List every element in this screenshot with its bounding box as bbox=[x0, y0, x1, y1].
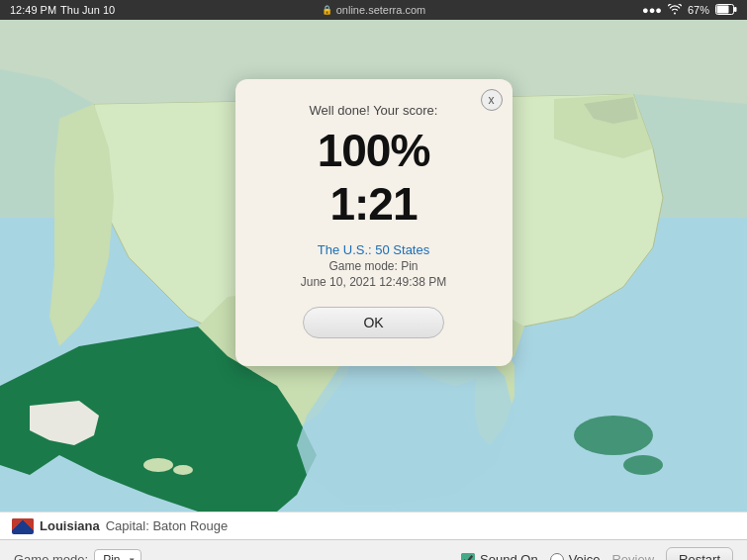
modal-quiz-link[interactable]: The U.S.: 50 States bbox=[275, 242, 473, 257]
state-name: Louisiana bbox=[40, 518, 100, 533]
svg-rect-1 bbox=[717, 5, 729, 13]
battery-icon bbox=[715, 4, 737, 17]
info-bar: Louisiana Capital: Baton Rouge bbox=[0, 512, 747, 539]
game-mode-section: Game mode: Pin bbox=[14, 549, 141, 561]
sound-on-checkbox[interactable] bbox=[461, 553, 475, 561]
capital-label: Capital: Baton Rouge bbox=[106, 518, 229, 533]
time: 12:49 PM bbox=[10, 4, 56, 16]
battery: 67% bbox=[688, 4, 709, 16]
result-modal: x Well done! Your score: 100% 1:21 The U… bbox=[235, 79, 513, 366]
control-bar: Game mode: Pin Sound On Voice Review Res… bbox=[0, 539, 747, 560]
ok-button[interactable]: OK bbox=[303, 307, 443, 338]
modal-date: June 10, 2021 12:49:38 PM bbox=[275, 275, 473, 289]
signal-icon: ●●● bbox=[642, 4, 662, 16]
wifi-icon bbox=[668, 4, 682, 17]
lock-icon: 🔒 bbox=[322, 5, 332, 15]
sound-on-group[interactable]: Sound On bbox=[461, 552, 538, 560]
url: online.seterra.com bbox=[336, 4, 426, 16]
game-mode-label: Game mode: bbox=[14, 552, 88, 560]
state-flag-icon bbox=[12, 518, 34, 534]
status-center: 🔒 online.seterra.com bbox=[322, 4, 426, 16]
map-container: x Well done! Your score: 100% 1:21 The U… bbox=[0, 20, 747, 512]
restart-button[interactable]: Restart bbox=[666, 547, 733, 560]
modal-subtitle: Well done! Your score: bbox=[275, 103, 473, 118]
game-mode-select[interactable]: Pin bbox=[94, 549, 141, 561]
mode-select-wrapper[interactable]: Pin bbox=[94, 549, 141, 561]
voice-radio[interactable] bbox=[550, 553, 564, 561]
modal-score: 100% 1:21 bbox=[275, 124, 473, 231]
voice-label: Voice bbox=[569, 552, 601, 560]
review-button[interactable]: Review bbox=[611, 552, 654, 560]
modal-close-button[interactable]: x bbox=[481, 89, 503, 111]
sound-on-label: Sound On bbox=[480, 552, 538, 560]
svg-rect-2 bbox=[734, 7, 737, 12]
modal-gamemode: Game mode: Pin bbox=[275, 259, 473, 273]
day: Thu Jun 10 bbox=[60, 4, 115, 16]
modal-overlay: x Well done! Your score: 100% 1:21 The U… bbox=[0, 20, 747, 512]
control-right: Sound On Voice Review Restart bbox=[461, 547, 733, 560]
status-left: 12:49 PM Thu Jun 10 bbox=[10, 4, 115, 16]
voice-group[interactable]: Voice bbox=[550, 552, 601, 560]
status-right: ●●● 67% bbox=[642, 4, 737, 17]
status-bar: 12:49 PM Thu Jun 10 🔒 online.seterra.com… bbox=[0, 0, 747, 20]
